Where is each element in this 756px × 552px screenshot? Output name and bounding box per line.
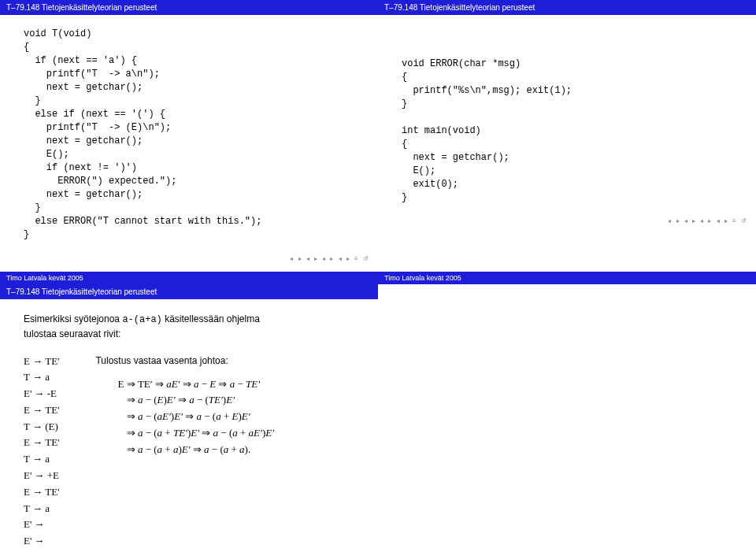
slide-body: void T(void) { if (next == 'a') { printf…	[0, 15, 378, 254]
intro-code: a-(a+a)	[122, 314, 161, 325]
slide-header: T–79.148 Tietojenkäsittelyteorian perust…	[0, 0, 378, 15]
slide-3: T–79.148 Tietojenkäsittelyteorian perust…	[0, 284, 378, 553]
deriv-line: E ⇒ a − (a + a)E′ ⇒ a − (a + a).	[117, 442, 274, 458]
slide-header: T–79.148 Tietojenkäsittelyteorian perust…	[378, 0, 756, 15]
code-block-t: void T(void) { if (next == 'a') { printf…	[24, 28, 354, 243]
slide-body: Esimerkiksi syötejonoa a-(a+a) käsitelle…	[0, 299, 378, 553]
intro-part2: käsitellessään ohjelma	[162, 313, 260, 324]
slide-body: void ERROR(char *msg) { printf("%s\n",ms…	[378, 15, 756, 216]
right-title: Tulostus vastaa vasenta johtoa:	[95, 354, 274, 369]
code-block-error-main: void ERROR(char *msg) { printf("%s\n",ms…	[402, 57, 732, 205]
right-derivation: Tulostus vastaa vasenta johtoa: E ⇒ TE′ …	[95, 354, 274, 550]
derivation-row: E → TE' T → a E' → -E E → TE' T → (E) E …	[24, 354, 354, 550]
deriv-line: E ⇒ a − (E)E′ ⇒ a − (TE′)E′	[117, 392, 274, 409]
nav-icons: ◂ ▸ ◂ ▸ ◂ ▸ ◂ ▸ ≡ ↺	[378, 216, 756, 224]
intro-part3: tulostaa seuraavat rivit:	[24, 328, 120, 339]
slide-1: T–79.148 Tietojenkäsittelyteorian perust…	[0, 0, 378, 284]
deriv-line: E ⇒ TE′ ⇒ aE′ ⇒ a − E ⇒ a − TE′	[117, 376, 274, 393]
deriv-line: E ⇒ a − (aE′)E′ ⇒ a − (a + E)E′	[117, 409, 274, 425]
nav-icons: ◂ ▸ ◂ ▸ ◂ ▸ ◂ ▸ ≡ ↺	[0, 254, 378, 262]
slide-2: T–79.148 Tietojenkäsittelyteorian perust…	[378, 0, 756, 284]
deriv-line: E ⇒ a − (a + TE′)E′ ⇒ a − (a + aE′)E′	[117, 425, 274, 442]
slide-footer: Timo Latvala kevät 2005	[378, 272, 756, 284]
slide-footer: Timo Latvala kevät 2005	[0, 272, 378, 284]
intro-text: Esimerkiksi syötejonoa a-(a+a) käsitelle…	[24, 312, 354, 341]
left-derivation: E → TE' T → a E' → -E E → TE' T → (E) E …	[24, 354, 59, 550]
slide-header: T–79.148 Tietojenkäsittelyteorian perust…	[0, 284, 378, 299]
intro-part1: Esimerkiksi syötejonoa	[24, 313, 122, 324]
